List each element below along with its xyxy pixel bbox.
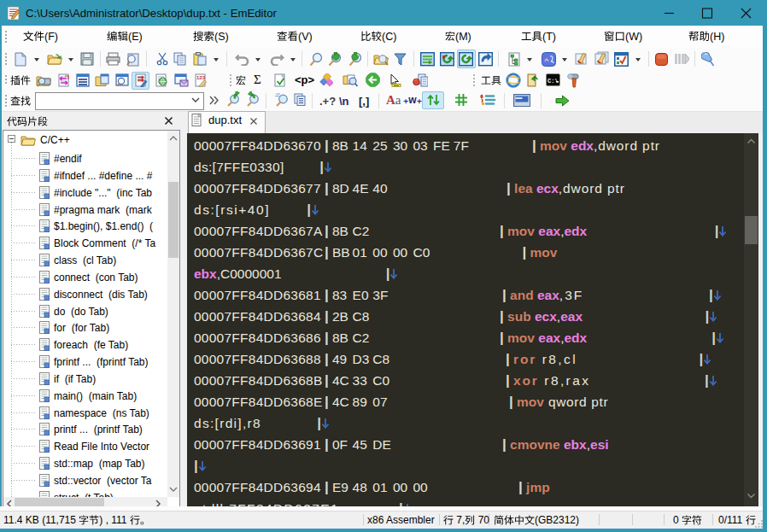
svg-text:123: 123 <box>196 75 206 80</box>
svg-text:C:\: C:\ <box>547 78 559 85</box>
